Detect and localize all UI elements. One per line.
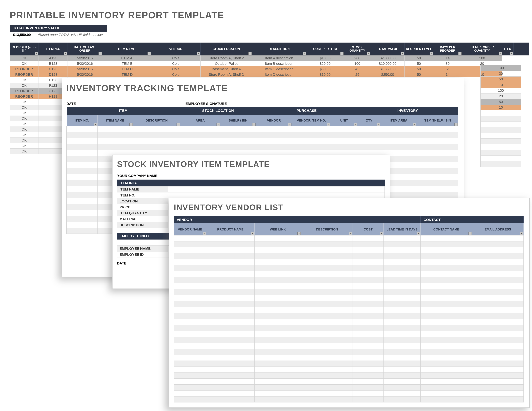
filter-dropdown-icon[interactable] bbox=[98, 52, 102, 55]
cell[interactable]: 2 bbox=[433, 66, 462, 72]
cell[interactable] bbox=[174, 307, 206, 313]
cell[interactable] bbox=[472, 384, 523, 391]
cell[interactable] bbox=[292, 132, 331, 138]
cell[interactable] bbox=[301, 361, 353, 367]
sub-header[interactable]: ITEM NO. bbox=[66, 115, 97, 126]
reorder-qty-cell[interactable] bbox=[480, 116, 521, 122]
cell[interactable] bbox=[206, 349, 255, 355]
cell[interactable] bbox=[353, 391, 383, 396]
table-row[interactable]: OKA1235/20/2016ITEM AColeStore Room A, S… bbox=[10, 56, 529, 61]
cell[interactable] bbox=[416, 192, 458, 198]
cell[interactable] bbox=[421, 247, 472, 253]
sub-header[interactable]: UNIT bbox=[331, 115, 357, 126]
cell[interactable] bbox=[174, 247, 206, 253]
cell[interactable] bbox=[353, 373, 383, 379]
cell[interactable] bbox=[383, 361, 421, 367]
cell[interactable] bbox=[383, 235, 421, 242]
cell[interactable] bbox=[206, 265, 255, 271]
filter-dropdown-icon[interactable] bbox=[35, 52, 38, 55]
sub-header[interactable]: PRODUCT NAME bbox=[206, 223, 255, 235]
reorder-qty-cell[interactable] bbox=[480, 122, 521, 127]
cell[interactable] bbox=[66, 222, 97, 228]
cell[interactable]: REORDER bbox=[10, 94, 39, 99]
sub-header[interactable]: DESCRIPTION bbox=[133, 115, 180, 126]
cell[interactable] bbox=[206, 277, 255, 283]
filter-dropdown-icon[interactable] bbox=[197, 52, 200, 55]
reorder-qty-cell[interactable]: 10 bbox=[480, 82, 521, 88]
table-row[interactable] bbox=[66, 132, 458, 138]
cell[interactable]: 5/20/2016 bbox=[68, 66, 102, 72]
table-row[interactable] bbox=[174, 289, 524, 295]
cell[interactable] bbox=[66, 192, 97, 198]
table-row[interactable] bbox=[174, 349, 524, 355]
reorder-qty-cell[interactable]: 20 bbox=[480, 71, 521, 76]
cell[interactable] bbox=[174, 343, 206, 349]
cell[interactable]: 5/20/2016 bbox=[68, 61, 102, 66]
cell[interactable] bbox=[416, 126, 458, 132]
reorder-qty-cell[interactable]: 10 bbox=[480, 105, 521, 110]
cell[interactable]: $10,000.00 bbox=[371, 61, 405, 66]
filter-dropdown-icon[interactable] bbox=[148, 52, 151, 55]
cell[interactable] bbox=[421, 301, 472, 307]
cell[interactable] bbox=[206, 242, 255, 247]
table-row[interactable] bbox=[174, 343, 524, 349]
sub-header[interactable]: WEB LINK bbox=[255, 223, 301, 235]
table-row[interactable] bbox=[174, 384, 524, 391]
cell[interactable]: OK bbox=[10, 110, 39, 116]
table-row[interactable] bbox=[174, 379, 524, 384]
cell[interactable] bbox=[174, 265, 206, 271]
cell[interactable] bbox=[353, 271, 383, 277]
filter-dropdown-icon[interactable] bbox=[367, 52, 370, 55]
cell[interactable]: 100 bbox=[344, 61, 371, 66]
cell[interactable] bbox=[472, 283, 523, 289]
column-header[interactable]: DAYS PER REORDER bbox=[433, 43, 462, 56]
cell[interactable]: OK bbox=[10, 99, 39, 105]
cell[interactable] bbox=[66, 156, 97, 162]
cell[interactable]: $10.00 bbox=[306, 56, 344, 61]
cell[interactable] bbox=[255, 373, 301, 379]
cell[interactable] bbox=[381, 126, 416, 132]
cell[interactable] bbox=[421, 289, 472, 295]
cell[interactable] bbox=[301, 355, 353, 361]
cell[interactable] bbox=[472, 343, 523, 349]
cell[interactable] bbox=[383, 247, 421, 253]
cell[interactable] bbox=[301, 396, 353, 402]
cell[interactable]: OK bbox=[10, 121, 39, 127]
filter-dropdown-icon[interactable] bbox=[203, 232, 206, 235]
cell[interactable] bbox=[301, 343, 353, 349]
cell[interactable] bbox=[301, 391, 353, 396]
cell[interactable] bbox=[255, 289, 301, 295]
cell[interactable] bbox=[421, 331, 472, 337]
filter-dropdown-icon[interactable] bbox=[499, 52, 502, 55]
table-row[interactable] bbox=[174, 361, 524, 367]
cell[interactable] bbox=[353, 331, 383, 337]
cell[interactable] bbox=[383, 295, 421, 301]
cell[interactable] bbox=[255, 247, 301, 253]
cell[interactable]: ITEM B bbox=[102, 61, 151, 66]
cell[interactable] bbox=[383, 289, 421, 295]
cell[interactable] bbox=[206, 331, 255, 337]
cell[interactable] bbox=[256, 138, 292, 144]
table-row[interactable] bbox=[174, 325, 524, 331]
cell[interactable] bbox=[206, 396, 255, 402]
table-row[interactable] bbox=[174, 283, 524, 289]
table-row[interactable] bbox=[174, 367, 524, 373]
cell[interactable] bbox=[255, 319, 301, 325]
cell[interactable] bbox=[416, 186, 458, 192]
cell[interactable] bbox=[220, 132, 256, 138]
cell[interactable] bbox=[383, 253, 421, 259]
cell[interactable]: Cole bbox=[151, 72, 200, 77]
cell[interactable] bbox=[472, 373, 523, 379]
cell[interactable] bbox=[353, 235, 383, 242]
cell[interactable] bbox=[353, 361, 383, 367]
cell[interactable] bbox=[255, 265, 301, 271]
cell[interactable] bbox=[357, 132, 381, 138]
cell[interactable] bbox=[206, 343, 255, 349]
column-header[interactable]: STOCK QUANTITY bbox=[344, 43, 371, 56]
cell[interactable] bbox=[421, 295, 472, 301]
column-header[interactable]: DATE OF LAST ORDER bbox=[68, 43, 102, 56]
cell[interactable]: 200 bbox=[344, 56, 371, 61]
cell[interactable] bbox=[255, 343, 301, 349]
cell[interactable] bbox=[383, 283, 421, 289]
cell[interactable] bbox=[174, 289, 206, 295]
